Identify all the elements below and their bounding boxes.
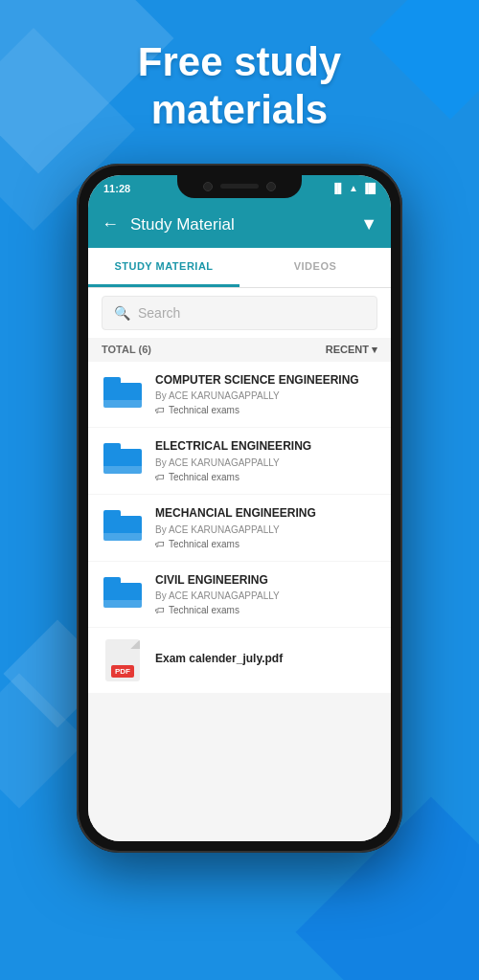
sort-button[interactable]: RECENT ▾ [326,344,377,356]
folder-icon [103,377,142,408]
filter-button[interactable]: ▼ [360,214,377,234]
list-item[interactable]: ELECTRICAL ENGINEERING By ACE KARUNAGAPP… [88,428,391,494]
list-total: TOTAL (6) [102,344,151,355]
search-input[interactable]: 🔍 Search [102,296,377,330]
item-author: By ACE KARUNAGAPPALLY [155,390,377,401]
phone-frame: 11:28 ▐▌ ▲ ▐█ ← Study Material ▼ STUDY M… [77,164,402,853]
item-info: CIVIL ENGINEERING By ACE KARUNAGAPPALLY … [155,573,377,616]
app-bar: ← Study Material ▼ [88,202,391,248]
item-title: COMPUTER SCIENCE ENGINEERING [155,373,377,389]
item-title: Exam calender_july.pdf [155,652,377,667]
list-item[interactable]: CIVIL ENGINEERING By ACE KARUNAGAPPALLY … [88,562,391,628]
list-header: TOTAL (6) RECENT ▾ [88,338,391,362]
item-title: MECHANCIAL ENGINEERING [155,506,377,522]
list-item[interactable]: COMPUTER SCIENCE ENGINEERING By ACE KARU… [88,362,391,428]
tag-icon: 🏷 [155,405,165,415]
item-tag: 🏷 Technical exams [155,472,377,482]
item-info: MECHANCIAL ENGINEERING By ACE KARUNAGAPP… [155,506,377,549]
phone-notch [177,175,302,198]
item-tag: 🏷 Technical exams [155,539,377,549]
tab-study-material[interactable]: STUDY MATERIAL [88,248,240,287]
folder-icon-wrap [102,577,144,608]
front-sensor [266,182,276,191]
item-tag: 🏷 Technical exams [155,605,377,615]
folder-icon-wrap [102,510,144,541]
tabs-bar: STUDY MATERIAL VIDEOS [88,248,391,288]
speaker [220,184,259,189]
list-item-pdf[interactable]: PDF Exam calender_july.pdf [88,628,391,693]
item-title: CIVIL ENGINEERING [155,573,377,589]
status-time: 11:28 [103,183,130,194]
tab-videos[interactable]: VIDEOS [240,248,391,287]
phone-screen: 11:28 ▐▌ ▲ ▐█ ← Study Material ▼ STUDY M… [88,175,391,841]
front-camera [203,182,213,191]
list-content: COMPUTER SCIENCE ENGINEERING By ACE KARU… [88,362,391,841]
item-info: Exam calender_july.pdf [155,652,377,670]
list-item[interactable]: MECHANCIAL ENGINEERING By ACE KARUNAGAPP… [88,495,391,561]
search-container: 🔍 Search [88,288,391,338]
item-tag: 🏷 Technical exams [155,405,377,415]
tag-icon: 🏷 [155,472,165,482]
item-author: By ACE KARUNAGAPPALLY [155,524,377,535]
item-info: COMPUTER SCIENCE ENGINEERING By ACE KARU… [155,373,377,416]
status-icons: ▐▌ ▲ ▐█ [331,183,376,193]
app-bar-title: Study Material [130,215,349,234]
folder-icon [103,577,142,608]
signal-icon: ▐▌ [331,183,345,193]
search-placeholder: Search [138,305,180,321]
tag-icon: 🏷 [155,539,165,549]
pdf-icon-wrap: PDF [102,639,144,681]
item-author: By ACE KARUNAGAPPALLY [155,590,377,601]
pdf-badge: PDF [111,665,134,678]
chevron-down-icon: ▾ [372,344,377,356]
tag-icon: 🏷 [155,605,165,615]
pdf-icon: PDF [105,639,140,681]
item-author: By ACE KARUNAGAPPALLY [155,457,377,468]
folder-icon-wrap [102,377,144,408]
folder-icon-wrap [102,443,144,474]
search-icon: 🔍 [114,305,130,321]
folder-icon [103,510,142,541]
folder-icon [103,443,142,474]
item-info: ELECTRICAL ENGINEERING By ACE KARUNAGAPP… [155,439,377,482]
back-button[interactable]: ← [102,214,119,234]
item-title: ELECTRICAL ENGINEERING [155,439,377,455]
page-title: Free studymaterials [19,38,460,135]
wifi-icon: ▲ [349,183,358,193]
page-header: Free studymaterials [0,0,479,154]
battery-icon: ▐█ [362,183,376,193]
